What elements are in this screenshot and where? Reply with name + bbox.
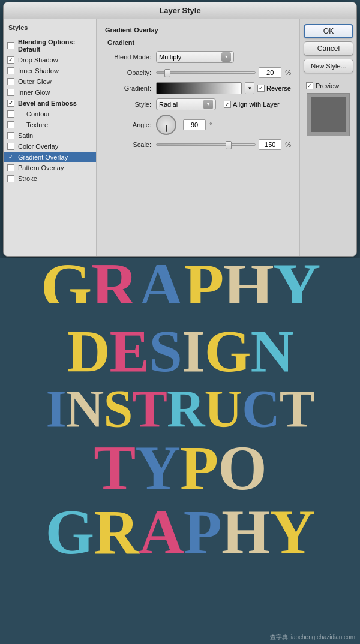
preview-label[interactable]: Preview bbox=[304, 82, 353, 89]
angle-needle bbox=[166, 125, 167, 132]
blend-mode-arrow-icon: ▾ bbox=[221, 52, 231, 62]
align-layer-text: Align with Layer bbox=[233, 101, 280, 108]
sidebar-label-satin: Satin bbox=[18, 132, 33, 139]
scale-slider[interactable] bbox=[156, 140, 256, 149]
checkbox-stroke bbox=[7, 175, 14, 182]
opacity-slider[interactable] bbox=[156, 68, 256, 77]
art-s1: S bbox=[149, 324, 182, 379]
left-panel: Styles Blending Options: Default Drop Sh… bbox=[4, 19, 97, 256]
sidebar-label-inner-glow: Inner Glow bbox=[18, 89, 50, 96]
sidebar-item-inner-glow[interactable]: Inner Glow bbox=[4, 87, 96, 98]
sidebar-label-bevel-emboss: Bevel and Emboss bbox=[18, 100, 77, 107]
art-section-typo: T Y P O bbox=[3, 437, 357, 501]
sidebar-label-drop-shadow: Drop Shadow bbox=[18, 56, 58, 64]
strip-letter-p: P bbox=[184, 258, 223, 303]
scale-thumb[interactable] bbox=[226, 141, 232, 149]
blend-mode-row: Blend Mode: Multiply ▾ bbox=[105, 51, 291, 63]
reverse-checkbox[interactable] bbox=[257, 85, 265, 92]
reverse-checkbox-label[interactable]: Reverse bbox=[257, 85, 291, 92]
art-i1: I bbox=[182, 324, 205, 379]
panel-section-title: Gradient Overlay bbox=[105, 26, 291, 35]
strip-letter-a: A bbox=[137, 258, 184, 303]
art-g1: G bbox=[205, 324, 251, 379]
artwork-strip-area: G R A P H Y bbox=[0, 258, 360, 303]
sidebar-label-texture: Texture bbox=[26, 121, 48, 128]
align-layer-label[interactable]: Align with Layer bbox=[224, 101, 280, 108]
scale-track bbox=[156, 143, 256, 146]
checkbox-satin bbox=[7, 132, 14, 139]
blend-mode-dropdown[interactable]: Multiply ▾ bbox=[156, 51, 234, 63]
gradient-dropdown-arrow-icon[interactable]: ▾ bbox=[245, 82, 254, 94]
sidebar-item-drop-shadow[interactable]: Drop Shadow bbox=[4, 55, 96, 65]
strip-text: G R A P H Y bbox=[41, 258, 320, 303]
art-r4: R bbox=[94, 504, 139, 562]
reverse-label: Reverse bbox=[266, 85, 291, 92]
blend-mode-value: Multiply bbox=[159, 53, 220, 61]
checkbox-texture bbox=[7, 121, 14, 128]
style-arrow-icon: ▾ bbox=[203, 100, 213, 109]
opacity-row: Opacity: 20 % bbox=[105, 67, 291, 78]
style-row: Style: Radial ▾ Align with Layer bbox=[105, 98, 291, 110]
art-u2: U bbox=[205, 385, 242, 434]
sidebar-item-pattern-overlay[interactable]: Pattern Overlay bbox=[4, 162, 96, 173]
scale-input[interactable]: 150 bbox=[259, 139, 281, 150]
art-d1: D bbox=[67, 324, 109, 379]
ok-button[interactable]: OK bbox=[304, 24, 353, 38]
angle-dial[interactable] bbox=[156, 115, 176, 135]
scale-control: 150 % bbox=[156, 139, 291, 150]
scale-row: Scale: 150 % bbox=[105, 139, 291, 150]
checkbox-gradient-overlay bbox=[7, 154, 14, 161]
opacity-label: Opacity: bbox=[105, 69, 156, 76]
new-style-button[interactable]: New Style... bbox=[304, 59, 353, 73]
blend-mode-control: Multiply ▾ bbox=[156, 51, 291, 63]
sidebar-item-contour[interactable]: Contour bbox=[4, 109, 96, 119]
sidebar-label-pattern-overlay: Pattern Overlay bbox=[18, 164, 64, 171]
align-layer-checkbox[interactable] bbox=[224, 101, 231, 108]
sidebar-item-satin[interactable]: Satin bbox=[4, 130, 96, 141]
main-artwork-area: D E S I G N I N S T R U C T T Y P O bbox=[0, 303, 360, 644]
sidebar-label-color-overlay: Color Overlay bbox=[18, 143, 58, 150]
art-o3: O bbox=[218, 440, 266, 498]
sidebar-item-bevel-emboss[interactable]: Bevel and Emboss bbox=[4, 98, 96, 109]
art-a4: A bbox=[139, 504, 184, 562]
style-label: Style: bbox=[105, 101, 156, 108]
scale-unit: % bbox=[285, 141, 291, 148]
sidebar-item-blending-options[interactable]: Blending Options: Default bbox=[4, 37, 96, 55]
sidebar-item-inner-shadow[interactable]: Inner Shadow bbox=[4, 65, 96, 76]
angle-row: Angle: 90 ° bbox=[105, 115, 291, 135]
style-value: Radial bbox=[159, 101, 202, 108]
gradient-control: ▾ Reverse bbox=[156, 82, 291, 94]
sidebar-item-texture[interactable]: Texture bbox=[4, 119, 96, 130]
art-line-typo: T Y P O bbox=[3, 440, 357, 498]
gradient-swatch[interactable] bbox=[156, 82, 242, 94]
cancel-button[interactable]: Cancel bbox=[304, 41, 353, 56]
sidebar-item-color-overlay[interactable]: Color Overlay bbox=[4, 141, 96, 152]
checkbox-color-overlay bbox=[7, 143, 14, 150]
art-section-design: D E S I G N bbox=[3, 321, 357, 382]
strip-letter-h: H bbox=[223, 258, 273, 303]
opacity-input[interactable]: 20 bbox=[259, 67, 281, 78]
preview-checkbox[interactable] bbox=[306, 82, 313, 89]
sidebar-label-outer-glow: Outer Glow bbox=[18, 78, 52, 85]
main-content-panel: Gradient Overlay Gradient Blend Mode: Mu… bbox=[97, 19, 299, 256]
sidebar-item-stroke[interactable]: Stroke bbox=[4, 173, 96, 184]
dialog-titlebar: Layer Style bbox=[4, 2, 356, 19]
art-line-design: D E S I G N bbox=[3, 324, 357, 379]
style-dropdown[interactable]: Radial ▾ bbox=[156, 98, 216, 110]
sidebar-item-outer-glow[interactable]: Outer Glow bbox=[4, 76, 96, 87]
sidebar-label-stroke: Stroke bbox=[18, 175, 37, 182]
gradient-label: Gradient: bbox=[105, 85, 156, 92]
art-line-instruct: I N S T R U C T bbox=[3, 385, 357, 434]
blend-mode-label: Blend Mode: bbox=[105, 53, 156, 61]
opacity-unit: % bbox=[285, 69, 291, 76]
sidebar-item-gradient-overlay[interactable]: Gradient Overlay bbox=[4, 152, 96, 162]
opacity-thumb[interactable] bbox=[164, 69, 170, 77]
art-section-graphy: G R A P H Y bbox=[3, 501, 357, 565]
angle-unit: ° bbox=[209, 121, 212, 128]
watermark: 查字典 jiaocheng.chazidian.com bbox=[270, 633, 355, 642]
art-e1: E bbox=[109, 324, 149, 379]
checkbox-inner-shadow bbox=[7, 67, 14, 74]
art-p3: P bbox=[180, 440, 218, 498]
angle-input[interactable]: 90 bbox=[183, 119, 206, 130]
sidebar-label-blending-options: Blending Options: Default bbox=[18, 38, 91, 53]
